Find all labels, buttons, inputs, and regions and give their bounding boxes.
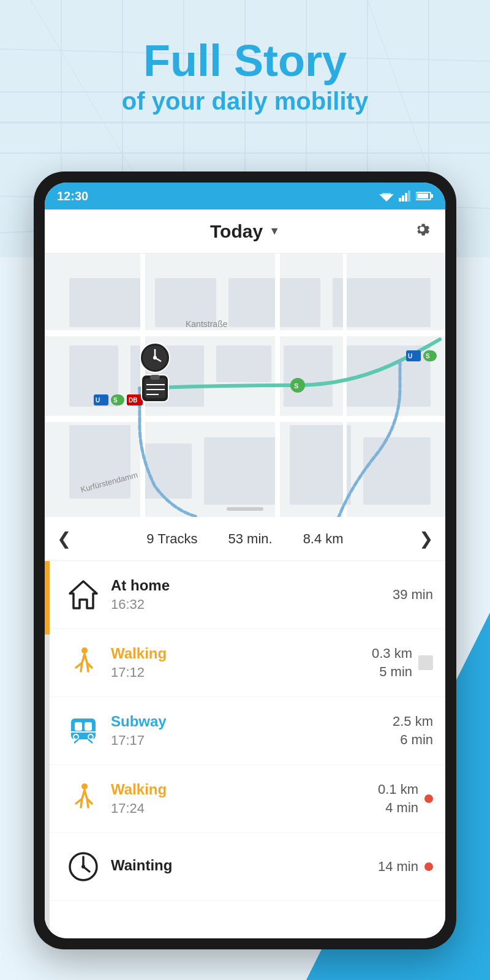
subway-icon (62, 709, 105, 752)
trip-stats-walk1: 0.3 km 5 min (372, 646, 412, 680)
trip-label-subway: Subway (111, 713, 393, 730)
phone-frame: 12:30 (34, 172, 456, 949)
svg-point-76 (88, 734, 93, 739)
nav-title-group[interactable]: Today ▼ (210, 221, 280, 242)
svg-text:U: U (408, 353, 412, 360)
trip-stats-subway: 2.5 km 6 min (393, 714, 433, 748)
walk-icon-1 (62, 641, 105, 684)
next-arrow[interactable]: ❯ (419, 529, 433, 549)
trip-duration-home: 39 min (393, 587, 433, 603)
trip-time-walk2: 17:24 (111, 801, 378, 816)
status-icons (379, 190, 433, 202)
home-icon (62, 573, 105, 616)
svg-rect-38 (290, 425, 351, 505)
timeline-bar (45, 561, 50, 938)
trip-label-walk1: Walking (111, 645, 372, 662)
trip-time-walk1: 17:12 (111, 665, 372, 680)
trip-duration-walk1: 5 min (379, 664, 412, 680)
svg-point-79 (81, 783, 88, 790)
svg-rect-17 (399, 198, 401, 202)
svg-point-75 (74, 734, 78, 739)
trip-item-subway[interactable]: Subway 17:17 2.5 km 6 min (45, 697, 445, 765)
trip-dot-wait (424, 862, 433, 871)
main-subtitle: of your daily mobility (0, 85, 490, 117)
svg-rect-66 (150, 375, 160, 380)
trip-item-wait[interactable]: Wainting 14 min (45, 833, 445, 901)
svg-rect-73 (85, 722, 92, 731)
signal-icon (399, 190, 411, 202)
trip-info-subway: Subway 17:17 (105, 713, 393, 748)
trip-label-wait: Wainting (111, 857, 378, 874)
trip-info-walk2: Walking 17:24 (105, 781, 378, 816)
status-time: 12:30 (57, 189, 88, 203)
timeline-bar-yellow (45, 561, 50, 635)
map-area[interactable]: Kantstraße Kurfürstendamm U S DB U S (45, 254, 445, 517)
svg-rect-36 (143, 443, 192, 499)
wifi-icon (379, 190, 394, 202)
trip-item-walk2[interactable]: Walking 17:24 0.1 km 4 min (45, 765, 445, 833)
nav-today-label: Today (210, 221, 263, 242)
phone-screen: 12:30 (45, 183, 445, 938)
trip-dot-walk2 (424, 794, 433, 803)
nav-bar: Today ▼ (45, 209, 445, 254)
svg-text:DB: DB (129, 397, 137, 404)
svg-point-83 (81, 865, 85, 869)
svg-rect-39 (363, 437, 431, 505)
svg-rect-22 (417, 194, 428, 198)
wait-icon (62, 845, 105, 888)
walk-icon-2 (62, 777, 105, 820)
svg-rect-23 (431, 194, 433, 198)
trip-distance-walk2: 0.1 km (378, 782, 418, 797)
trip-distance-subway: 2.5 km (393, 714, 433, 729)
status-bar: 12:30 (45, 183, 445, 209)
duration-total: 53 min. (228, 531, 272, 547)
trip-info-home: At home 16:32 (105, 577, 393, 612)
svg-text:S: S (426, 353, 430, 360)
dropdown-icon: ▼ (269, 225, 280, 238)
stats-content: 9 Tracks 53 min. 8.4 km (146, 531, 343, 547)
trip-time-home: 16:32 (111, 597, 393, 612)
trip-list: At home 16:32 39 min Walking 17:12 (45, 561, 445, 938)
trip-info-walk1: Walking 17:12 (105, 645, 372, 680)
svg-rect-28 (228, 278, 320, 327)
stats-bar: ❮ 9 Tracks 53 min. 8.4 km ❯ (45, 517, 445, 561)
svg-rect-32 (216, 345, 271, 382)
svg-rect-33 (284, 345, 333, 407)
svg-rect-29 (333, 278, 431, 327)
trip-stats-walk2: 0.1 km 4 min (378, 782, 418, 816)
prev-arrow[interactable]: ❮ (57, 529, 71, 549)
svg-rect-20 (408, 190, 410, 202)
svg-text:Kantstraße: Kantstraße (186, 319, 228, 329)
trip-item-walk1[interactable]: Walking 17:12 0.3 km 5 min (45, 629, 445, 697)
trip-item-home[interactable]: At home 16:32 39 min (45, 561, 445, 629)
trip-stats-home: 39 min (393, 587, 433, 603)
svg-rect-37 (204, 437, 277, 505)
svg-rect-65 (145, 379, 165, 398)
svg-rect-26 (69, 278, 143, 327)
map-drag-handle[interactable] (227, 507, 263, 511)
header-section: Full Story of your daily mobility (0, 37, 490, 117)
svg-text:S: S (113, 397, 118, 404)
svg-rect-72 (75, 722, 82, 731)
trip-stats-wait: 14 min (378, 859, 418, 875)
svg-rect-19 (405, 193, 407, 202)
trip-time-subway: 17:17 (111, 733, 393, 748)
svg-rect-18 (402, 195, 404, 202)
trip-label-home: At home (111, 577, 393, 594)
trip-duration-wait: 14 min (378, 859, 418, 875)
svg-point-70 (81, 647, 88, 654)
tracks-count: 9 Tracks (146, 531, 197, 547)
svg-text:U: U (96, 397, 100, 404)
trip-duration-walk2: 4 min (385, 800, 418, 816)
svg-text:S: S (294, 382, 298, 390)
trip-distance-walk1: 0.3 km (372, 646, 412, 662)
settings-button[interactable] (411, 218, 433, 245)
map-thumbnail-walk1[interactable] (418, 655, 433, 670)
trip-label-walk2: Walking (111, 781, 378, 798)
main-title: Full Story (0, 37, 490, 85)
distance-total: 8.4 km (303, 531, 344, 547)
svg-point-63 (153, 356, 157, 360)
trip-info-wait: Wainting (105, 857, 378, 876)
battery-icon (416, 191, 433, 201)
trip-duration-subway: 6 min (400, 732, 433, 748)
